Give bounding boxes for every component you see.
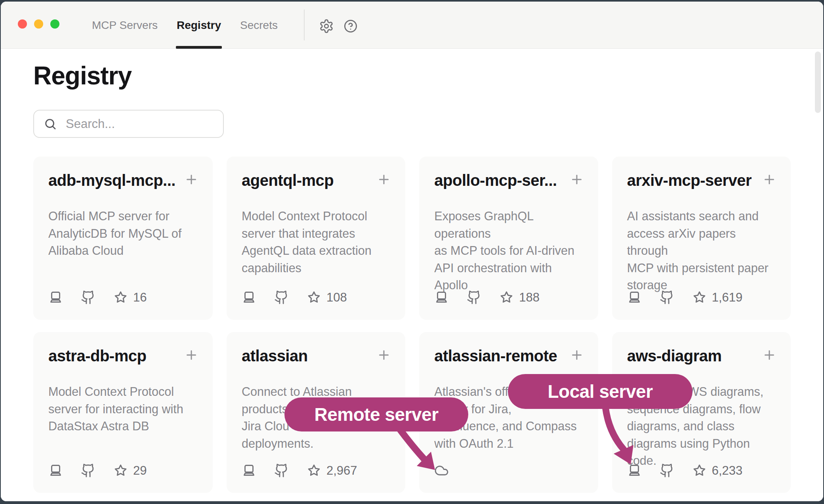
star-icon [692,463,707,478]
plus-icon [762,172,776,187]
star-icon [113,290,128,305]
server-card-adb-mysql-mcp[interactable]: adb-mysql-mcp... Official MCP server for… [33,157,213,320]
laptop-icon [48,290,63,305]
star-count-group: 16 [113,290,147,305]
settings-gear-icon[interactable] [318,17,335,35]
server-card-aws-diagram[interactable]: aws-diagram Generate AWS diagrams, seque… [612,332,791,493]
card-footer: 6,233 [627,463,743,478]
minimize-window-button[interactable] [34,19,43,29]
server-name: atlassian [242,347,368,365]
server-card-apollo-mcp-server[interactable]: apollo-mcp-ser... Exposes GraphQL operat… [419,157,598,320]
card-footer: 188 [434,290,540,305]
tab-mcp-servers[interactable]: MCP Servers [92,2,158,49]
star-count: 6,233 [712,464,743,478]
plus-icon [184,172,198,187]
tab-secrets[interactable]: Secrets [240,2,278,49]
star-count-group: 188 [499,290,540,305]
star-count: 16 [133,290,147,305]
registry-page: Registry adb-mysql-mcp... Official MCP s… [1,49,823,501]
add-server-button[interactable] [761,346,778,364]
star-icon [307,290,321,305]
app-window: MCP Servers Registry Secrets Registry ad… [1,2,823,501]
add-server-button[interactable] [183,171,200,188]
add-server-button[interactable] [568,346,586,364]
server-name: apollo-mcp-ser... [434,172,561,189]
star-count-group: 2,967 [307,463,357,478]
close-window-button[interactable] [18,19,27,29]
server-name: atlassian-remote [434,347,561,365]
star-count-group: 1,619 [692,290,743,305]
card-footer: 1,619 [627,290,743,305]
star-count: 1,619 [712,290,743,305]
remote-server-badge: Remote server [284,397,468,431]
traffic-lights [18,19,59,29]
laptop-icon [627,290,642,305]
server-name: astra-db-mcp [48,347,175,365]
github-icon [660,463,674,478]
server-card-arxiv-mcp-server[interactable]: arxiv-mcp-server AI assistants search an… [612,157,791,320]
server-name: arxiv-mcp-server [627,172,753,189]
search-box [33,110,224,138]
github-icon [274,290,289,305]
laptop-icon [242,290,256,305]
server-description: AI assistants search and access arXiv pa… [627,208,776,294]
titlebar-tabs: MCP Servers Registry Secrets [92,2,278,49]
server-card-grid: adb-mysql-mcp... Official MCP server for… [33,157,791,493]
star-count-group: 108 [307,290,347,305]
tab-registry[interactable]: Registry [177,2,221,49]
add-server-button[interactable] [183,346,200,364]
github-icon [467,290,481,305]
page-title: Registry [33,61,132,90]
add-server-button[interactable] [375,346,393,364]
star-count-group: 6,233 [692,463,743,478]
zoom-window-button[interactable] [50,19,59,29]
window-titlebar: MCP Servers Registry Secrets [1,2,823,49]
server-name: agentql-mcp [242,172,368,189]
server-name: aws-diagram [627,347,753,365]
github-icon [660,290,674,305]
plus-icon [762,348,776,362]
card-footer: 29 [48,463,147,478]
help-icon[interactable] [342,17,359,35]
plus-icon [570,348,584,362]
cloud-icon [434,463,449,478]
star-icon [113,463,128,478]
star-count: 29 [133,464,147,478]
github-icon [81,463,95,478]
server-description: Exposes GraphQL operations as MCP tools … [434,208,583,294]
server-description: Model Context Protocol server that integ… [242,208,390,277]
card-footer: 16 [48,290,147,305]
laptop-icon [434,290,449,305]
titlebar-divider [304,10,305,40]
server-name: adb-mysql-mcp... [48,172,175,189]
star-count: 2,967 [326,464,357,478]
card-footer [434,463,449,478]
star-icon [307,463,321,478]
add-server-button[interactable] [568,171,586,188]
card-footer: 2,967 [242,463,357,478]
add-server-button[interactable] [375,171,393,188]
plus-icon [184,348,198,362]
laptop-icon [242,463,256,478]
server-description: Model Context Protocol server for intera… [48,383,198,435]
plus-icon [377,348,391,362]
plus-icon [570,172,584,187]
star-count: 108 [326,290,347,305]
server-card-agentql-mcp[interactable]: agentql-mcp Model Context Protocol serve… [227,157,405,320]
laptop-icon [627,463,642,478]
local-server-badge: Local server [508,374,692,409]
laptop-icon [48,463,63,478]
search-input[interactable] [66,117,224,131]
star-icon [499,290,514,305]
card-footer: 108 [242,290,347,305]
star-count-group: 29 [113,463,147,478]
scrollbar-thumb[interactable] [815,52,821,113]
server-description: Official MCP server for AnalyticDB for M… [48,208,198,260]
github-icon [81,290,95,305]
star-icon [692,290,707,305]
star-count: 188 [519,290,540,305]
server-card-astra-db-mcp[interactable]: astra-db-mcp Model Context Protocol serv… [33,332,213,493]
add-server-button[interactable] [761,171,778,188]
search-icon [44,117,57,131]
github-icon [274,463,289,478]
